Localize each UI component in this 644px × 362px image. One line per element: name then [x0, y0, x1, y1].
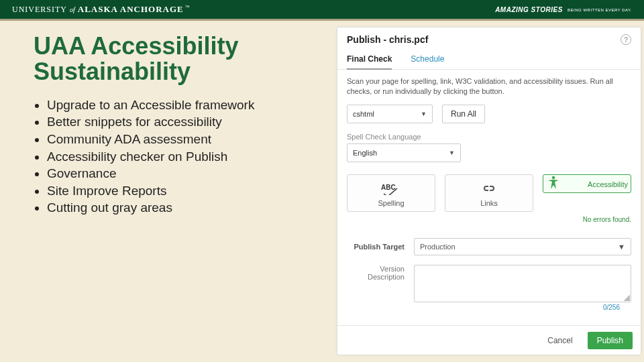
check-accessibility-button[interactable]: Accessibility: [543, 174, 631, 193]
links-icon: [448, 180, 530, 196]
list-item: Site Improve Reports: [47, 182, 315, 200]
list-item: Community ADA assessment: [47, 131, 315, 148]
svg-point-1: [552, 176, 555, 178]
publish-target-row: Publish Target Production ▼: [347, 238, 631, 255]
list-item: Better snippets for accessibility: [47, 113, 315, 131]
check-buttons: ABC Spelling Links Accessibility: [347, 174, 631, 212]
check-links-button[interactable]: Links: [445, 174, 533, 212]
svg-text:ABC: ABC: [381, 184, 396, 191]
logo-univ: UNIVERSITY: [12, 5, 67, 15]
run-all-button[interactable]: Run All: [442, 105, 485, 123]
cancel-button[interactable]: Cancel: [539, 332, 580, 349]
char-counter: 0/256: [603, 304, 620, 311]
university-logo: UNIVERSITY of ALASKA ANCHORAGE ™: [12, 4, 190, 15]
dialog-footer: Cancel Publish: [337, 325, 641, 355]
slide-title: UAA Accessibility Sustainability: [34, 34, 315, 84]
publish-target-label: Publish Target: [347, 243, 405, 251]
dialog-body: Scan your page for spelling, link, W3C v…: [337, 70, 641, 302]
spellcheck-lang-select[interactable]: English ▼: [347, 143, 461, 162]
publish-dialog: Publish - chris.pcf ? Final Check Schedu…: [337, 27, 641, 355]
chevron-down-icon: ▼: [618, 243, 625, 251]
publish-target-select[interactable]: Production ▼: [414, 238, 631, 255]
accessibility-icon: [546, 175, 561, 191]
header-divider-left: [0, 19, 339, 21]
no-errors-text: No errors found.: [347, 216, 631, 223]
tab-schedule[interactable]: Schedule: [411, 50, 444, 69]
slide: UNIVERSITY of ALASKA ANCHORAGE ™ AMAZING…: [0, 0, 644, 362]
chevron-down-icon: ▼: [421, 111, 427, 117]
version-desc-textarea[interactable]: 0/256: [414, 265, 631, 302]
logo-tm: ™: [185, 5, 190, 10]
dialog-tabs: Final Check Schedule: [337, 50, 641, 70]
list-item: Accessibility checker on Publish: [47, 148, 315, 166]
list-item: Cutting out gray areas: [47, 199, 315, 217]
spellcheck-lang-label: Spell Check Language: [347, 133, 631, 141]
run-row: cshtml ▼ Run All: [347, 105, 631, 123]
dialog-title: Publish - chris.pcf: [347, 34, 428, 45]
tagline: AMAZING STORIES BEING WRITTEN EVERY DAY.: [495, 6, 632, 13]
publish-target-value: Production: [420, 243, 455, 251]
slide-header: UNIVERSITY of ALASKA ANCHORAGE ™ AMAZING…: [0, 0, 644, 19]
bullet-list: Upgrade to an Accessible framework Bette…: [47, 97, 315, 217]
format-select[interactable]: cshtml ▼: [347, 105, 433, 123]
format-select-value: cshtml: [353, 110, 374, 118]
instructions-text: Scan your page for spelling, link, W3C v…: [347, 76, 631, 97]
publish-button[interactable]: Publish: [588, 332, 633, 349]
tab-final-check[interactable]: Final Check: [347, 50, 392, 69]
dialog-header: Publish - chris.pcf ?: [337, 27, 641, 50]
logo-alaska: ALASKA ANCHORAGE: [78, 4, 184, 15]
version-desc-row: Version Description 0/256: [347, 265, 631, 302]
list-item: Governance: [47, 165, 315, 182]
resize-handle-icon[interactable]: [623, 294, 630, 301]
header-divider-right: [339, 19, 644, 21]
check-spelling-button[interactable]: ABC Spelling: [347, 174, 435, 212]
slide-content: UAA Accessibility Sustainability Upgrade…: [34, 34, 315, 217]
help-icon[interactable]: ?: [621, 34, 631, 45]
spelling-icon: ABC: [350, 180, 432, 196]
chevron-down-icon: ▼: [449, 149, 455, 156]
spellcheck-lang-value: English: [353, 149, 377, 157]
logo-of: of: [70, 6, 75, 13]
version-desc-label: Version Description: [347, 265, 405, 302]
list-item: Upgrade to an Accessible framework: [47, 97, 315, 114]
